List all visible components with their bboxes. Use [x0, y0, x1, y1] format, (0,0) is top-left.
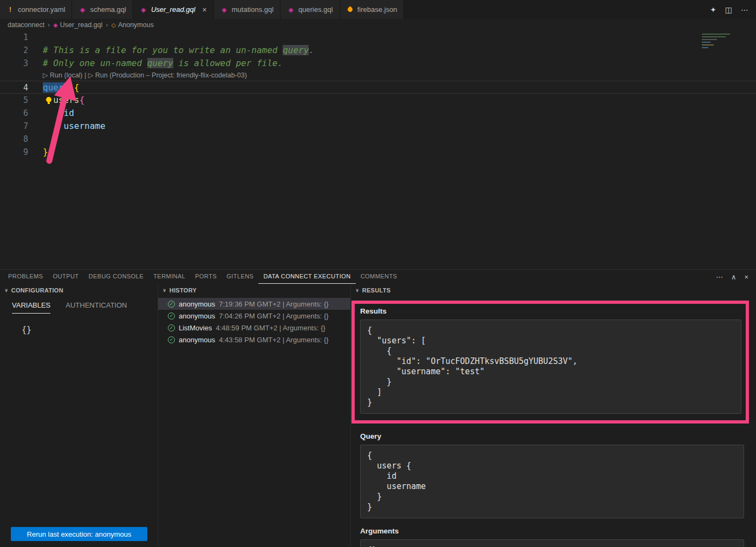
- codelens: ▷ Run (local) | ▷ Run (Production – Proj…: [0, 70, 756, 81]
- line-number: 4: [0, 81, 34, 93]
- chevron-down-icon: ∨: [355, 288, 360, 293]
- graphql-icon: ◈: [220, 6, 228, 14]
- history-item[interactable]: ✓anonymous4:43:58 PM GMT+2 | Arguments: …: [158, 334, 350, 346]
- chevron-down-icon: ∨: [4, 288, 9, 293]
- code-line: 5 users{: [0, 94, 756, 107]
- panel-tab-gitlens[interactable]: GITLENS: [221, 270, 258, 284]
- line-number: 2: [0, 44, 34, 57]
- breadcrumb-label: User_read.gql: [60, 21, 103, 29]
- history-item[interactable]: ✓anonymous7:04:26 PM GMT+2 | Arguments: …: [158, 310, 350, 322]
- pass-check-icon: ✓: [168, 312, 175, 320]
- history-item-detail: 7:04:26 PM GMT+2 | Arguments: {}: [219, 312, 328, 320]
- code-token: query: [283, 45, 309, 55]
- tab-label: mutations.gql: [232, 5, 273, 14]
- codelens-run-link[interactable]: ▷ Run (local): [43, 71, 83, 79]
- breadcrumb-label: Anonymous: [118, 21, 154, 29]
- tab-connector-yaml[interactable]: !connector.yaml: [0, 0, 72, 19]
- code-editor[interactable]: 12# This is a file for you to write an u…: [0, 31, 756, 269]
- code-token: query: [147, 58, 173, 68]
- history-item-name: anonymous: [179, 336, 215, 344]
- more-actions-icon[interactable]: ⋯: [741, 5, 748, 14]
- panel-tab-comments[interactable]: COMMENTS: [356, 270, 402, 284]
- lightbulb-icon[interactable]: [46, 97, 51, 102]
- config-tab-authentication[interactable]: AUTHENTICATION: [66, 301, 127, 314]
- config-tab-variables[interactable]: VARIABLES: [12, 301, 50, 314]
- close-panel-icon[interactable]: ×: [744, 273, 748, 281]
- minimap[interactable]: [702, 34, 747, 50]
- result-section-label: Arguments: [360, 527, 744, 535]
- pass-check-icon: ✓: [168, 324, 175, 331]
- breadcrumb: dataconnect›◈User_read.gql›◇Anonymous: [0, 19, 756, 31]
- line-number: 6: [0, 107, 34, 120]
- result-code-query[interactable]: { users { id username } }: [360, 445, 744, 518]
- result-section-results: Results{ "users": [ { "id": "OrTucFODZHT…: [351, 301, 749, 424]
- bottom-panel: PROBLEMSOUTPUTDEBUG CONSOLETERMINALPORTS…: [0, 269, 756, 547]
- tab-firebase-json[interactable]: firebase.json: [340, 0, 405, 19]
- line-number: 1: [0, 31, 34, 44]
- panel-tab-output[interactable]: OUTPUT: [48, 270, 84, 284]
- tab-mutations-gql[interactable]: ◈mutations.gql: [214, 0, 281, 19]
- minimap-mark: [702, 44, 714, 45]
- chevron-down-icon: ∨: [162, 288, 167, 293]
- history-item[interactable]: ✓ListMovies4:48:59 PM GMT+2 | Arguments:…: [158, 322, 350, 334]
- line-number: 9: [0, 146, 34, 159]
- panel-tab-debug-console[interactable]: DEBUG CONSOLE: [84, 270, 149, 284]
- panel-tabs: PROBLEMSOUTPUTDEBUG CONSOLETERMINALPORTS…: [3, 270, 402, 284]
- code-token: [43, 134, 53, 144]
- history-item[interactable]: ✓anonymous7:19:36 PM GMT+2 | Arguments: …: [158, 298, 350, 310]
- vscode-window: !connector.yaml◈schema.gql◈User_read.gql…: [0, 0, 756, 547]
- editor-toolbar: ✦ ◫ ⋯: [710, 0, 756, 19]
- tab-label: connector.yaml: [18, 5, 65, 14]
- minimap-mark: [702, 36, 726, 37]
- result-code-arguments[interactable]: {}: [360, 539, 744, 547]
- code-text: [34, 31, 43, 44]
- tab-label: firebase.json: [357, 5, 397, 14]
- code-token: query: [43, 82, 69, 93]
- panel-tab-terminal[interactable]: TERMINAL: [148, 270, 190, 284]
- code-token: # Only one un-named: [43, 58, 147, 68]
- history-header[interactable]: ∨ HISTORY: [158, 284, 350, 296]
- code-line: 9}: [0, 146, 756, 159]
- panel-more-actions-icon[interactable]: ⋯: [716, 273, 723, 281]
- tab-user-read-gql[interactable]: ◈User_read.gql×: [133, 0, 214, 19]
- code-text: }: [34, 146, 48, 159]
- configuration-section: ∨ CONFIGURATION VARIABLESAUTHENTICATION …: [0, 284, 158, 547]
- code-token: [69, 82, 74, 93]
- configuration-header[interactable]: ∨ CONFIGURATION: [0, 284, 158, 296]
- panel-tab-problems[interactable]: PROBLEMS: [3, 270, 48, 284]
- variables-json-value[interactable]: {}: [22, 325, 158, 335]
- codelens-run-link[interactable]: ▷ Run (Production – Project: friendly-fl…: [88, 71, 247, 79]
- code-token: username: [64, 121, 106, 131]
- history-title: HISTORY: [170, 287, 197, 294]
- tab-label: queries.gql: [298, 5, 333, 14]
- pass-check-icon: ✓: [168, 301, 175, 308]
- close-tab-icon[interactable]: ×: [203, 5, 207, 14]
- code-token: # This is a file for you to write an un-…: [43, 45, 283, 55]
- results-body: Results{ "users": [ { "id": "OrTucFODZHT…: [351, 296, 756, 547]
- line-number: 5: [0, 94, 34, 107]
- copilot-sparkle-icon[interactable]: ✦: [710, 5, 716, 14]
- rerun-execution-button[interactable]: Rerun last execution: anonymous: [11, 527, 147, 541]
- panel-tab-ports[interactable]: PORTS: [190, 270, 221, 284]
- code-text: users{: [34, 94, 84, 107]
- code-token: [43, 121, 64, 131]
- code-text: }: [34, 133, 58, 146]
- breadcrumb-item-user-read-gql[interactable]: ◈User_read.gql: [53, 21, 102, 29]
- tab-queries-gql[interactable]: ◈queries.gql: [281, 0, 340, 19]
- result-section-arguments: Arguments{}: [360, 527, 744, 547]
- codelens-separator: |: [83, 71, 88, 79]
- results-header[interactable]: ∨ RESULTS: [351, 284, 756, 296]
- panel-tab-data-connect-execution[interactable]: DATA CONNECT EXECUTION: [258, 270, 355, 284]
- result-code-results[interactable]: { "users": [ { "id": "OrTucFODZHTksvBSBU…: [360, 320, 741, 414]
- code-line: 1: [0, 31, 756, 44]
- split-editor-icon[interactable]: ◫: [725, 5, 732, 14]
- maximize-panel-icon[interactable]: ∧: [731, 273, 737, 281]
- graphql-icon: ◈: [79, 6, 86, 14]
- tab-schema-gql[interactable]: ◈schema.gql: [72, 0, 133, 19]
- minimap-mark: [702, 34, 730, 35]
- tab-label: User_read.gql: [151, 5, 195, 14]
- panel-toolbar: ⋯ ∧ ×: [716, 273, 756, 281]
- breadcrumb-item-anonymous[interactable]: ◇Anonymous: [111, 21, 153, 29]
- breadcrumb-item-dataconnect[interactable]: dataconnect: [8, 21, 44, 29]
- code-token: }: [43, 147, 48, 157]
